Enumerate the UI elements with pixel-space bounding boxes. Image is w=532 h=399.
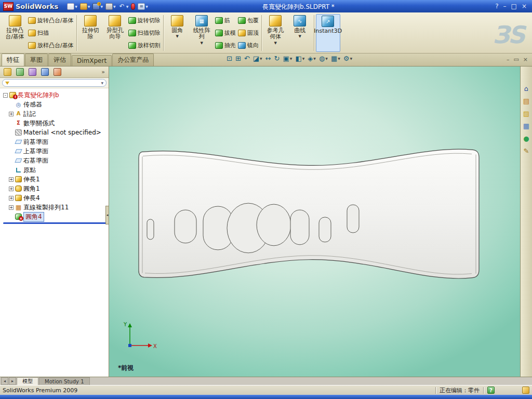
tab-motion-study-1[interactable]: Motion Study 1: [39, 377, 90, 385]
dome-button[interactable]: 圆顶: [238, 29, 259, 37]
part-model[interactable]: [109, 66, 520, 377]
expander-icon[interactable]: +: [9, 112, 14, 116]
tab-scroll-right-icon[interactable]: ▸: [9, 377, 16, 385]
maximize-button[interactable]: □: [511, 3, 517, 10]
tab-model[interactable]: 模型: [17, 377, 38, 385]
tree-item-equations[interactable]: Σ 數學關係式: [2, 118, 109, 128]
tree-item-sensors[interactable]: ◎ 传感器: [2, 100, 109, 109]
design-library-icon[interactable]: ▤: [523, 98, 529, 104]
tab-sketch[interactable]: 草图: [25, 54, 48, 66]
mirror-button[interactable]: 镜向: [238, 42, 259, 49]
edit-appearance-icon[interactable]: ◍▼: [319, 55, 328, 62]
displaymanager-tab-icon[interactable]: [54, 68, 61, 76]
tab-scroll-left-icon[interactable]: ◂: [1, 377, 8, 385]
save-button[interactable]: ! ▼: [92, 3, 103, 10]
status-custom-properties-icon[interactable]: [522, 387, 529, 394]
minimize-button[interactable]: –: [503, 3, 507, 10]
graphics-viewport[interactable]: Y X *前視: [109, 66, 521, 377]
propertymanager-tab-icon[interactable]: [16, 68, 24, 76]
pan-icon[interactable]: ↔: [265, 55, 271, 62]
extrude-cut-button[interactable]: 拉伸切除: [78, 14, 103, 52]
revolve-cut-button[interactable]: 旋转切除: [128, 17, 161, 24]
tab-dimxpert[interactable]: DimXpert: [72, 55, 112, 66]
tree-item-material[interactable]: Material <not specified>: [2, 128, 109, 137]
expander-icon[interactable]: +: [9, 177, 14, 182]
section-view-icon[interactable]: ◪▼: [253, 55, 262, 62]
instant3d-toggle-button[interactable]: ↗ Instant3D: [316, 14, 340, 52]
slot-4[interactable]: [290, 210, 309, 245]
document-close-button[interactable]: ×: [523, 56, 528, 63]
extrude-boss-button[interactable]: 拉伸凸台/基体: [3, 14, 27, 52]
print-button[interactable]: ▼: [105, 3, 116, 10]
expander-icon[interactable]: +: [9, 187, 14, 191]
rebuild-button[interactable]: [130, 3, 136, 10]
tree-item-annotations[interactable]: + A 註記: [2, 109, 109, 118]
rollback-bar[interactable]: [3, 222, 106, 224]
overflow-chevron-icon[interactable]: »: [101, 69, 105, 75]
hole-large-2[interactable]: [257, 204, 291, 246]
tree-item-fillet1[interactable]: + 圓角1: [2, 184, 109, 193]
previous-view-icon[interactable]: ↶: [244, 55, 250, 62]
tree-item-extrude4[interactable]: + 伸長4: [2, 193, 109, 203]
open-document-button[interactable]: ▼: [79, 3, 91, 10]
tree-item-front-plane[interactable]: 前基準面: [2, 137, 109, 147]
loft-boss-button[interactable]: 放样凸台/基体: [28, 42, 74, 49]
tree-item-extrude1[interactable]: + 伸長1: [2, 175, 109, 184]
expander-icon[interactable]: +: [9, 196, 14, 201]
custom-properties-icon[interactable]: ✎: [524, 148, 529, 154]
tree-item-right-plane[interactable]: 右基準面: [2, 156, 109, 165]
view-settings-icon[interactable]: ⚙▼: [343, 55, 352, 62]
status-help-button[interactable]: ?: [487, 387, 495, 394]
home-resources-icon[interactable]: ⌂: [524, 85, 528, 92]
reference-geometry-button[interactable]: 参考几何体 ▼: [263, 14, 288, 52]
sweep-button[interactable]: 扫描: [28, 29, 74, 37]
tree-item-top-plane[interactable]: 上基準面: [2, 147, 109, 156]
tab-features[interactable]: 特征: [2, 54, 24, 66]
panel-splitter-handle[interactable]: ◂: [105, 206, 109, 224]
slot-6[interactable]: [347, 205, 359, 233]
hole-wizard-button[interactable]: 异型孔向导: [103, 14, 127, 52]
slot-1[interactable]: [147, 219, 154, 240]
document-restore-button[interactable]: ▭: [513, 56, 518, 63]
zoom-area-icon[interactable]: ⊞: [235, 55, 241, 62]
zoom-fit-icon[interactable]: ⊡: [227, 55, 232, 62]
tree-item-fillet4-selected[interactable]: × 圓角4: [2, 212, 109, 221]
loft-cut-button[interactable]: 放样切割: [128, 42, 161, 49]
appearances-icon[interactable]: ●: [523, 135, 529, 142]
wrap-button[interactable]: 包覆: [238, 17, 259, 24]
help-button[interactable]: ?: [495, 3, 498, 10]
close-button[interactable]: ×: [522, 3, 527, 10]
undo-button[interactable]: ↶ ▼: [118, 3, 129, 10]
fillet-button[interactable]: 圆角 ▼: [165, 14, 190, 52]
revolve-boss-button[interactable]: 旋转凸台/基体: [28, 17, 74, 24]
file-explorer-icon[interactable]: ▨: [523, 110, 529, 117]
tree-item-part-root[interactable]: - ! 長寬變化陣列b: [2, 90, 109, 100]
expander-icon[interactable]: +: [9, 205, 14, 210]
tab-office-products[interactable]: 办公室产品: [112, 54, 154, 66]
sweep-cut-button[interactable]: 扫描切除: [128, 29, 161, 37]
shell-button[interactable]: 抽壳: [215, 42, 236, 49]
slot-5[interactable]: [319, 217, 331, 242]
options-button[interactable]: ≡ ▼: [137, 3, 149, 10]
tab-evaluate[interactable]: 评估: [48, 54, 71, 66]
slot-2[interactable]: [175, 210, 196, 243]
new-document-button[interactable]: ▼: [66, 3, 78, 10]
linear-pattern-button[interactable]: ▦ 线性阵列 ▼: [190, 14, 214, 52]
document-minimize-button[interactable]: –: [507, 56, 510, 63]
tree-item-linear-pattern11[interactable]: + ▦ 直線複製排列11: [2, 203, 109, 212]
dimxpertmanager-tab-icon[interactable]: [41, 68, 49, 76]
view-palette-icon[interactable]: ▦: [523, 123, 529, 129]
featuremanager-tab-icon[interactable]: [4, 68, 11, 76]
display-style-icon[interactable]: ◧▼: [295, 55, 304, 62]
rib-button[interactable]: 筋: [215, 17, 236, 24]
apply-scene-icon[interactable]: ▦▼: [331, 55, 340, 62]
view-orientation-icon[interactable]: ▣▼: [283, 55, 292, 62]
rotate-view-icon[interactable]: ↻: [274, 55, 280, 62]
expander-icon[interactable]: -: [3, 93, 8, 98]
tree-item-origin[interactable]: 原點: [2, 165, 109, 175]
tree-filter-input[interactable]: ▼: [2, 79, 107, 87]
configurationmanager-tab-icon[interactable]: [29, 68, 36, 76]
draft-button[interactable]: 拔模: [215, 29, 236, 37]
curves-button[interactable]: ∿ 曲线 ▼: [288, 14, 312, 52]
hide-show-items-icon[interactable]: ◈▼: [308, 55, 316, 62]
